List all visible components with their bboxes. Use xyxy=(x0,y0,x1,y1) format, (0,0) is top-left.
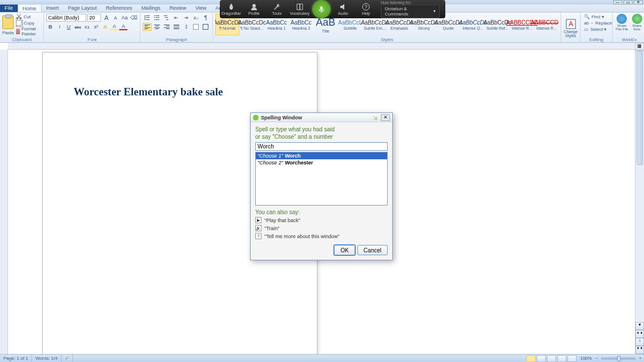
text-effects-button[interactable]: A xyxy=(101,23,109,31)
bold-button[interactable]: B xyxy=(46,23,54,31)
style-preview: AaBbCcL xyxy=(338,19,362,26)
clear-format-button[interactable]: ⌫ xyxy=(130,14,138,22)
replace-button[interactable]: ab→Replace xyxy=(583,20,610,26)
dialog-close-button[interactable]: ✕ xyxy=(381,114,390,121)
show-marks-button[interactable]: ¶ xyxy=(201,14,210,22)
align-left-button[interactable] xyxy=(143,23,152,31)
cancel-button[interactable]: Cancel xyxy=(357,245,388,255)
draft-view[interactable] xyxy=(567,355,577,362)
style-item[interactable]: AABBCCDCIntense R... xyxy=(534,14,558,35)
file-tab[interactable]: File xyxy=(0,4,18,12)
borders-button[interactable] xyxy=(201,23,210,31)
zoom-thumb[interactable] xyxy=(617,356,621,361)
align-right-button[interactable] xyxy=(162,23,171,31)
group-paragraph: ⇤ ⇥ A↓ ¶ ‡ Paragraph xyxy=(140,13,213,43)
scroll-thumb[interactable] xyxy=(637,51,643,165)
zoom-level[interactable]: 100% xyxy=(580,356,591,361)
group-label: Paragraph xyxy=(143,37,210,43)
proofing-status[interactable]: ✓ xyxy=(62,355,73,363)
help-button[interactable]: ? Help xyxy=(355,0,377,18)
microphone-button[interactable] xyxy=(312,0,331,18)
change-styles-button[interactable]: A Change Styles xyxy=(564,18,578,38)
tab-view[interactable]: View xyxy=(191,4,211,12)
copy-button[interactable]: Copy xyxy=(15,20,41,26)
dialog-titlebar[interactable]: Spelling Window ⇲ ✕ xyxy=(251,113,392,122)
ok-button[interactable]: OK xyxy=(334,245,355,255)
find-button[interactable]: 🔍Find ▾ xyxy=(583,14,610,20)
tab-page-layout[interactable]: Page Layout xyxy=(63,4,102,12)
vocabulary-button[interactable]: Vocabulary xyxy=(288,0,311,18)
tools-button[interactable]: Tools xyxy=(265,0,288,18)
sort-button[interactable]: A↓ xyxy=(191,14,200,22)
horizontal-ruler[interactable] xyxy=(8,43,635,50)
profile-button[interactable]: Profile xyxy=(243,0,265,18)
suggestion-row[interactable]: "Choose 1"Worch xyxy=(256,152,387,159)
font-name-select[interactable] xyxy=(46,14,86,22)
suggestion-row[interactable]: "Choose 2"Worchester xyxy=(256,159,387,166)
tab-home[interactable]: Home xyxy=(18,4,42,12)
italic-button[interactable]: I xyxy=(55,23,63,31)
shrink-font-button[interactable]: A xyxy=(111,14,119,22)
full-screen-view[interactable] xyxy=(537,355,546,362)
strikethrough-button[interactable]: abc xyxy=(74,23,82,31)
superscript-button[interactable]: x² xyxy=(92,23,100,31)
close-button[interactable]: ✕ xyxy=(634,0,643,5)
subscript-button[interactable]: x₂ xyxy=(83,23,91,31)
dragon-flame-icon xyxy=(227,3,235,11)
document-heading[interactable]: Worcester Elementary bake sale xyxy=(74,86,286,98)
share-now-button[interactable]: Share Now xyxy=(630,14,644,37)
format-painter-button[interactable]: Format Painter xyxy=(15,26,41,37)
bullets-icon xyxy=(144,15,150,21)
prev-page-button[interactable]: ▲▲ xyxy=(635,330,644,338)
highlight-button[interactable]: A xyxy=(110,23,118,31)
zoom-slider[interactable] xyxy=(601,357,635,360)
cut-button[interactable]: Cut xyxy=(15,14,41,19)
outline-view[interactable] xyxy=(557,355,566,362)
shading-button[interactable] xyxy=(191,23,200,31)
page-status[interactable]: Page: 1 of 1 xyxy=(0,355,32,363)
numbering-button[interactable] xyxy=(152,14,162,22)
decrease-indent-button[interactable]: ⇤ xyxy=(172,14,181,22)
line-spacing-button[interactable]: ‡ xyxy=(182,23,191,31)
scroll-down-button[interactable]: ▼ xyxy=(635,322,644,330)
next-page-button[interactable]: ▼▼ xyxy=(635,346,644,354)
paste-button[interactable]: Paste xyxy=(2,14,14,37)
tab-references[interactable]: References xyxy=(102,4,137,12)
select-button[interactable]: ▭Select ▾ xyxy=(583,26,610,33)
tab-review[interactable]: Review xyxy=(165,4,191,12)
font-size-select[interactable] xyxy=(87,14,101,22)
ruler-toggle-button[interactable]: ▦ xyxy=(635,43,644,50)
zoom-in-button[interactable]: + xyxy=(639,356,642,361)
style-label: Intense R... xyxy=(512,26,532,30)
change-case-button[interactable]: Aa xyxy=(120,14,128,22)
tab-mailings[interactable]: Mailings xyxy=(137,4,165,12)
font-color-button[interactable]: A xyxy=(119,23,127,31)
pin-icon[interactable]: ⇲ xyxy=(373,115,379,120)
group-change-styles: A Change Styles xyxy=(561,13,581,43)
underline-button[interactable]: U xyxy=(65,23,73,31)
tab-insert[interactable]: Insert xyxy=(42,4,64,12)
grow-font-button[interactable]: A xyxy=(102,14,110,22)
dictation-mode-menu[interactable]: Dictation & Commands ▾ xyxy=(381,5,440,18)
web-layout-view[interactable] xyxy=(547,355,556,362)
increase-indent-button[interactable]: ⇥ xyxy=(182,14,191,22)
vertical-ruler[interactable] xyxy=(0,50,8,354)
multilevel-button[interactable] xyxy=(162,14,171,22)
audio-button[interactable]: Audio xyxy=(332,0,355,18)
maximize-button[interactable]: ▭ xyxy=(623,0,633,5)
justify-button[interactable] xyxy=(172,23,181,31)
dragonbar-button[interactable]: DragonBar xyxy=(220,0,243,18)
zoom-out-button[interactable]: − xyxy=(595,356,598,361)
align-center-button[interactable] xyxy=(152,23,162,31)
style-item[interactable]: AaBbCcDcIntense Q... xyxy=(461,14,485,35)
browse-object-button[interactable]: ○ xyxy=(635,338,644,346)
word-count[interactable]: Words: 1/4 xyxy=(32,355,62,363)
spelling-input[interactable] xyxy=(255,142,388,151)
minimize-button[interactable]: — xyxy=(613,0,622,5)
bullets-button[interactable] xyxy=(143,14,152,22)
style-label: Intense R... xyxy=(536,26,557,30)
print-layout-view[interactable] xyxy=(526,355,536,362)
share-file-button[interactable]: Share This File xyxy=(615,14,629,37)
group-label: Clipboard xyxy=(2,37,41,43)
vertical-scrollbar[interactable]: ▲ ▼ ▲▲ ○ ▼▼ xyxy=(635,43,644,354)
